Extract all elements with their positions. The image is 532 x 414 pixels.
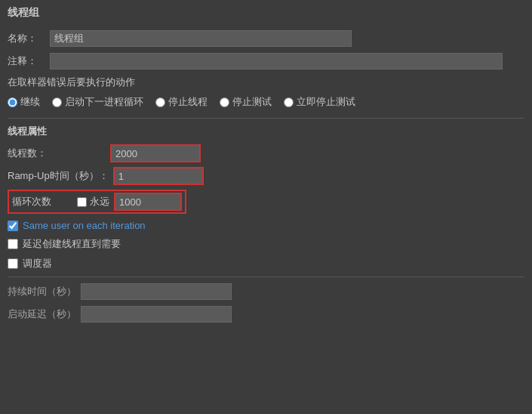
duration-row: 持续时间（秒） [8,283,524,300]
radio-next-loop[interactable]: 启动下一进程循环 [52,95,143,109]
scheduler-row[interactable]: 调度器 [8,257,524,270]
name-input[interactable] [50,30,352,47]
panel-title: 线程组 [8,6,524,23]
thread-count-row: 线程数： [8,144,524,162]
radio-stop-thread[interactable]: 停止线程 [155,95,208,109]
radio-stop-test[interactable]: 停止测试 [220,95,272,109]
separator2 [8,277,524,277]
same-user-checkbox[interactable] [8,221,18,231]
radio-stop-test-now-label: 立即停止测试 [297,95,355,109]
delay-create-checkbox[interactable] [8,239,18,249]
loop-count-input[interactable] [114,193,182,211]
rampup-input[interactable] [113,167,204,185]
name-label: 名称： [8,32,45,45]
rampup-row: Ramp-Up时间（秒）： [8,167,524,185]
loop-count-row: 循环次数 永远 [8,190,186,214]
startup-delay-row: 启动延迟（秒） [8,306,524,323]
radio-stop-test-now[interactable]: 立即停止测试 [284,95,355,109]
forever-label: 永远 [90,195,109,209]
thread-group-panel: 线程组 名称： 注释： 在取样器错误后要执行的动作 继续 启动下一进程循环 停止… [0,0,532,335]
error-section-title: 在取样器错误后要执行的动作 [8,76,524,89]
delay-create-label: 延迟创建线程直到需要 [23,237,121,251]
forever-checkbox-label[interactable]: 永远 [77,195,109,209]
forever-checkbox[interactable] [77,197,87,207]
radio-continue-label: 继续 [20,95,40,109]
duration-label: 持续时间（秒） [8,285,76,298]
comment-row: 注释： [8,53,524,70]
radio-continue[interactable]: 继续 [8,95,40,109]
thread-count-label: 线程数： [8,147,106,160]
rampup-label: Ramp-Up时间（秒）： [8,169,109,183]
radio-stop-test-label: 停止测试 [232,95,272,109]
name-row: 名称： [8,30,524,47]
loop-label: 循环次数 [12,195,72,209]
props-title: 线程属性 [8,125,524,138]
thread-count-input[interactable] [110,144,201,162]
separator1 [8,118,524,119]
delay-create-row[interactable]: 延迟创建线程直到需要 [8,237,524,251]
scheduler-label: 调度器 [23,257,52,270]
duration-input[interactable] [81,283,232,300]
same-user-label: Same user on each iteration [23,220,146,231]
startup-delay-input[interactable] [81,306,232,323]
radio-next-loop-label: 启动下一进程循环 [65,95,143,109]
error-action-radio-group: 继续 启动下一进程循环 停止线程 停止测试 立即停止测试 [8,95,524,109]
startup-delay-label: 启动延迟（秒） [8,307,76,321]
comment-input[interactable] [50,53,503,70]
radio-stop-thread-label: 停止线程 [168,95,208,109]
same-user-row[interactable]: Same user on each iteration [8,220,524,231]
scheduler-checkbox[interactable] [8,258,18,269]
comment-label: 注释： [8,54,45,68]
